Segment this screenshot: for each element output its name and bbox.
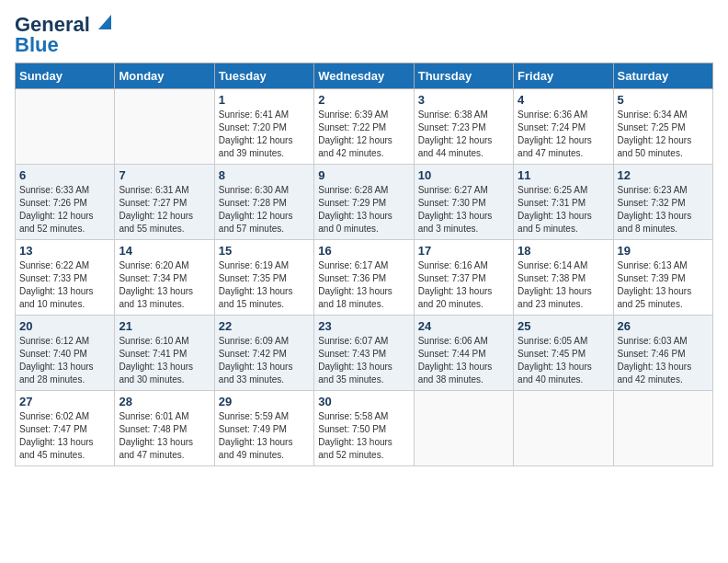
calendar-cell: 15Sunrise: 6:19 AM Sunset: 7:35 PM Dayli… — [214, 240, 313, 316]
calendar-cell: 5Sunrise: 6:34 AM Sunset: 7:25 PM Daylig… — [613, 89, 712, 165]
calendar-cell — [613, 391, 712, 466]
weekday-header-friday: Friday — [514, 63, 613, 89]
calendar-cell: 16Sunrise: 6:17 AM Sunset: 7:36 PM Dayli… — [314, 240, 414, 316]
day-number: 11 — [518, 168, 609, 182]
day-number: 12 — [618, 168, 709, 182]
calendar-cell: 10Sunrise: 6:27 AM Sunset: 7:30 PM Dayli… — [414, 165, 513, 240]
day-number: 7 — [119, 168, 210, 182]
day-number: 24 — [418, 319, 509, 333]
day-info: Sunrise: 6:25 AM Sunset: 7:31 PM Dayligh… — [518, 184, 609, 236]
day-number: 23 — [318, 319, 409, 333]
day-info: Sunrise: 6:38 AM Sunset: 7:23 PM Dayligh… — [418, 109, 509, 160]
day-number: 28 — [119, 395, 210, 408]
day-number: 25 — [518, 319, 609, 333]
day-number: 9 — [318, 168, 409, 182]
day-number: 27 — [19, 395, 110, 408]
day-info: Sunrise: 6:31 AM Sunset: 7:27 PM Dayligh… — [119, 184, 210, 236]
calendar-cell: 11Sunrise: 6:25 AM Sunset: 7:31 PM Dayli… — [514, 165, 613, 240]
day-info: Sunrise: 5:59 AM Sunset: 7:49 PM Dayligh… — [219, 410, 310, 462]
day-number: 14 — [119, 244, 210, 258]
calendar-week-4: 20Sunrise: 6:12 AM Sunset: 7:40 PM Dayli… — [16, 316, 713, 391]
calendar-cell: 9Sunrise: 6:28 AM Sunset: 7:29 PM Daylig… — [314, 165, 414, 240]
logo: General Blue — [15, 15, 111, 55]
calendar-week-2: 6Sunrise: 6:33 AM Sunset: 7:26 PM Daylig… — [16, 165, 713, 240]
day-number: 2 — [318, 93, 409, 107]
calendar-cell: 25Sunrise: 6:05 AM Sunset: 7:45 PM Dayli… — [514, 316, 613, 391]
day-info: Sunrise: 6:02 AM Sunset: 7:47 PM Dayligh… — [19, 410, 110, 462]
day-info: Sunrise: 5:58 AM Sunset: 7:50 PM Dayligh… — [318, 410, 409, 462]
calendar-cell: 20Sunrise: 6:12 AM Sunset: 7:40 PM Dayli… — [16, 316, 115, 391]
weekday-header-thursday: Thursday — [414, 63, 513, 89]
calendar-cell: 1Sunrise: 6:41 AM Sunset: 7:20 PM Daylig… — [214, 89, 313, 165]
calendar-week-3: 13Sunrise: 6:22 AM Sunset: 7:33 PM Dayli… — [16, 240, 713, 316]
day-info: Sunrise: 6:20 AM Sunset: 7:34 PM Dayligh… — [119, 259, 210, 311]
day-info: Sunrise: 6:27 AM Sunset: 7:30 PM Dayligh… — [418, 184, 509, 236]
day-info: Sunrise: 6:19 AM Sunset: 7:35 PM Dayligh… — [219, 259, 310, 311]
logo-icon — [91, 13, 111, 33]
calendar-cell — [16, 89, 115, 165]
day-number: 30 — [318, 395, 409, 408]
calendar-cell: 30Sunrise: 5:58 AM Sunset: 7:50 PM Dayli… — [314, 391, 414, 466]
day-info: Sunrise: 6:33 AM Sunset: 7:26 PM Dayligh… — [19, 184, 110, 236]
calendar-cell: 24Sunrise: 6:06 AM Sunset: 7:44 PM Dayli… — [414, 316, 513, 391]
day-info: Sunrise: 6:01 AM Sunset: 7:48 PM Dayligh… — [119, 410, 210, 462]
day-info: Sunrise: 6:16 AM Sunset: 7:37 PM Dayligh… — [418, 259, 509, 311]
day-number: 13 — [19, 244, 110, 258]
day-number: 18 — [518, 244, 609, 258]
day-number: 15 — [219, 244, 310, 258]
calendar-cell: 4Sunrise: 6:36 AM Sunset: 7:24 PM Daylig… — [514, 89, 613, 165]
day-info: Sunrise: 6:09 AM Sunset: 7:42 PM Dayligh… — [219, 335, 310, 386]
day-number: 1 — [219, 93, 310, 107]
day-number: 8 — [219, 168, 310, 182]
calendar-cell: 8Sunrise: 6:30 AM Sunset: 7:28 PM Daylig… — [214, 165, 313, 240]
day-number: 22 — [219, 319, 310, 333]
calendar-week-1: 1Sunrise: 6:41 AM Sunset: 7:20 PM Daylig… — [16, 89, 713, 165]
calendar-cell: 28Sunrise: 6:01 AM Sunset: 7:48 PM Dayli… — [115, 391, 214, 466]
day-number: 19 — [618, 244, 709, 258]
day-info: Sunrise: 6:05 AM Sunset: 7:45 PM Dayligh… — [518, 335, 609, 386]
calendar-cell: 6Sunrise: 6:33 AM Sunset: 7:26 PM Daylig… — [16, 165, 115, 240]
day-number: 16 — [318, 244, 409, 258]
day-info: Sunrise: 6:30 AM Sunset: 7:28 PM Dayligh… — [219, 184, 310, 236]
weekday-header-saturday: Saturday — [613, 63, 712, 89]
day-number: 3 — [418, 93, 509, 107]
day-number: 5 — [618, 93, 709, 107]
calendar-cell: 26Sunrise: 6:03 AM Sunset: 7:46 PM Dayli… — [613, 316, 712, 391]
day-info: Sunrise: 6:14 AM Sunset: 7:38 PM Dayligh… — [518, 259, 609, 311]
calendar: SundayMondayTuesdayWednesdayThursdayFrid… — [15, 63, 713, 466]
day-number: 20 — [19, 319, 110, 333]
calendar-cell — [414, 391, 513, 466]
day-info: Sunrise: 6:03 AM Sunset: 7:46 PM Dayligh… — [618, 335, 709, 386]
day-number: 21 — [119, 319, 210, 333]
svg-marker-0 — [98, 15, 111, 29]
calendar-cell: 18Sunrise: 6:14 AM Sunset: 7:38 PM Dayli… — [514, 240, 613, 316]
day-number: 17 — [418, 244, 509, 258]
day-number: 4 — [518, 93, 609, 107]
day-info: Sunrise: 6:41 AM Sunset: 7:20 PM Dayligh… — [219, 109, 310, 160]
weekday-header-sunday: Sunday — [16, 63, 115, 89]
day-info: Sunrise: 6:22 AM Sunset: 7:33 PM Dayligh… — [19, 259, 110, 311]
day-number: 10 — [418, 168, 509, 182]
calendar-cell: 13Sunrise: 6:22 AM Sunset: 7:33 PM Dayli… — [16, 240, 115, 316]
day-info: Sunrise: 6:28 AM Sunset: 7:29 PM Dayligh… — [318, 184, 409, 236]
calendar-cell: 17Sunrise: 6:16 AM Sunset: 7:37 PM Dayli… — [414, 240, 513, 316]
calendar-header-row: SundayMondayTuesdayWednesdayThursdayFrid… — [16, 63, 713, 89]
calendar-week-5: 27Sunrise: 6:02 AM Sunset: 7:47 PM Dayli… — [16, 391, 713, 466]
calendar-cell: 22Sunrise: 6:09 AM Sunset: 7:42 PM Dayli… — [214, 316, 313, 391]
day-info: Sunrise: 6:34 AM Sunset: 7:25 PM Dayligh… — [618, 109, 709, 160]
day-info: Sunrise: 6:17 AM Sunset: 7:36 PM Dayligh… — [318, 259, 409, 311]
logo-text-blue: Blue — [15, 35, 59, 55]
day-info: Sunrise: 6:39 AM Sunset: 7:22 PM Dayligh… — [318, 109, 409, 160]
day-number: 6 — [19, 168, 110, 182]
day-number: 26 — [618, 319, 709, 333]
calendar-cell: 7Sunrise: 6:31 AM Sunset: 7:27 PM Daylig… — [115, 165, 214, 240]
calendar-cell: 21Sunrise: 6:10 AM Sunset: 7:41 PM Dayli… — [115, 316, 214, 391]
day-info: Sunrise: 6:23 AM Sunset: 7:32 PM Dayligh… — [618, 184, 709, 236]
header: General Blue — [15, 15, 713, 55]
day-info: Sunrise: 6:13 AM Sunset: 7:39 PM Dayligh… — [618, 259, 709, 311]
calendar-cell: 23Sunrise: 6:07 AM Sunset: 7:43 PM Dayli… — [314, 316, 414, 391]
day-info: Sunrise: 6:07 AM Sunset: 7:43 PM Dayligh… — [318, 335, 409, 386]
calendar-cell: 29Sunrise: 5:59 AM Sunset: 7:49 PM Dayli… — [214, 391, 313, 466]
weekday-header-tuesday: Tuesday — [214, 63, 313, 89]
calendar-cell: 27Sunrise: 6:02 AM Sunset: 7:47 PM Dayli… — [16, 391, 115, 466]
